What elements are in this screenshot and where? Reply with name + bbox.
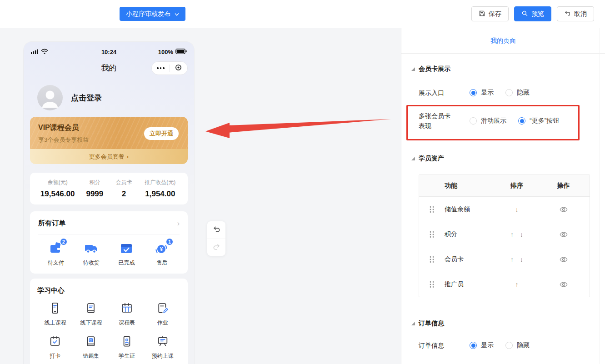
toolbar-actions: 保存 预览 取消	[471, 6, 594, 21]
cancel-button[interactable]: 取消	[557, 6, 594, 21]
row-function-name: 推广员	[445, 280, 496, 289]
top-toolbar: 小程序审核发布 保存 预览 取消	[0, 0, 605, 28]
section-student-assets[interactable]: 学员资产	[411, 155, 590, 163]
table-row-promoter: 推广员 ↑	[419, 272, 590, 297]
redo-button[interactable]	[207, 239, 225, 256]
radio-hide[interactable]: 隐藏	[505, 341, 530, 349]
stat-label: 会员卡	[110, 179, 138, 186]
learning-item-online-course[interactable]: 线上课程	[37, 302, 73, 327]
stat-value: 1,954.00	[138, 189, 182, 199]
drag-handle-icon[interactable]	[419, 281, 445, 288]
assets-table-header: 功能 排序 操作	[419, 175, 590, 197]
row-function-name: 积分	[445, 230, 496, 239]
order-item-completed[interactable]: 已完成	[109, 240, 145, 267]
order-item-to-receive[interactable]: 待收货	[74, 240, 109, 267]
drag-handle-icon[interactable]	[419, 206, 445, 213]
divider	[38, 234, 180, 234]
radio-show[interactable]: 显示	[470, 89, 494, 97]
wallet-icon: 2	[48, 240, 64, 257]
aftersale-icon: ¥ 1	[154, 240, 170, 257]
sort-up-icon[interactable]: ↑	[515, 281, 519, 288]
learning-item-homework[interactable]: 作业	[145, 302, 180, 327]
stat-points[interactable]: 积分 9999	[80, 179, 110, 199]
learning-item-checkin[interactable]: 打卡	[37, 335, 73, 360]
visibility-eye-icon[interactable]	[560, 281, 568, 288]
row-label-line2: 表现	[419, 121, 470, 131]
visibility-eye-icon[interactable]	[560, 256, 568, 263]
order-item-pending-pay[interactable]: 2 待支付	[38, 240, 74, 267]
operation-cell	[537, 231, 590, 238]
svg-text:¥: ¥	[160, 246, 163, 252]
drag-handle-icon[interactable]	[419, 231, 445, 238]
sort-down-icon[interactable]: ↓	[515, 206, 519, 213]
open-vip-button[interactable]: 立即开通	[144, 127, 179, 140]
order-item-aftersale[interactable]: ¥ 1 售后	[144, 240, 180, 267]
save-label: 保存	[489, 10, 501, 18]
divider	[410, 147, 599, 147]
chevron-down-icon	[175, 10, 179, 18]
stat-promo-earnings[interactable]: 推广收益(元) 1,954.00	[138, 179, 182, 199]
preview-button[interactable]: 预览	[514, 6, 551, 21]
operation-cell	[537, 281, 590, 288]
stat-member-cards[interactable]: 会员卡 2	[110, 179, 138, 199]
visibility-eye-icon[interactable]	[560, 231, 568, 238]
tab-my-page[interactable]: 我的页面	[490, 37, 516, 45]
timetable-icon	[120, 302, 133, 316]
radio-dot-icon	[470, 89, 477, 96]
table-row-member-card: 会员卡 ↑↓	[419, 247, 590, 272]
all-orders-header[interactable]: 所有订单 ›	[38, 219, 180, 228]
radio-show[interactable]: 显示	[470, 341, 494, 349]
radio-label: “更多”按钮	[530, 117, 559, 125]
more-menu-button[interactable]	[152, 67, 170, 69]
row-function-name: 储值余额	[445, 205, 496, 214]
settings-panel: 我的页面 会员卡展示 展示入口 显示 隐藏	[401, 28, 605, 364]
more-packages-link[interactable]: 更多会员套餐 ›	[30, 149, 188, 164]
learning-item-wrong-questions[interactable]: 错题集	[73, 335, 109, 360]
chevron-right-icon: ›	[177, 219, 180, 228]
learning-item-label: 课程表	[119, 319, 135, 327]
save-button[interactable]: 保存	[471, 6, 509, 21]
section-order-info[interactable]: 订单信息	[411, 319, 590, 328]
stat-balance[interactable]: 余额(元) 19,546.00	[35, 179, 80, 199]
vip-member-card[interactable]: VIP课程会员 享3个会员专享权益 立即开通 更多会员套餐 ›	[30, 117, 188, 164]
row-function-name: 会员卡	[445, 255, 496, 264]
radio-hide[interactable]: 隐藏	[505, 89, 530, 97]
panel-body: 会员卡展示 展示入口 显示 隐藏 多	[401, 65, 605, 350]
section-member-card-display[interactable]: 会员卡展示	[411, 65, 590, 73]
battery-icon	[175, 49, 187, 55]
radio-more-button[interactable]: “更多”按钮	[518, 117, 559, 125]
collapse-caret-icon	[411, 67, 415, 71]
radio-label: 滑动展示	[481, 117, 506, 125]
cancel-label: 取消	[574, 10, 587, 18]
sort-up-icon[interactable]: ↑	[510, 256, 514, 263]
publish-dropdown-button[interactable]: 小程序审核发布	[120, 7, 185, 21]
minimize-target-button[interactable]	[170, 64, 188, 73]
sort-up-icon[interactable]: ↑	[510, 231, 514, 238]
learning-item-timetable[interactable]: 课程表	[109, 302, 145, 327]
login-row[interactable]: 点击登录	[37, 85, 194, 110]
stat-value: 19,546.00	[35, 189, 80, 199]
learning-item-offline-course[interactable]: 线下课程	[73, 302, 109, 327]
badge-count: 1	[165, 238, 174, 246]
sort-controls: ↓	[496, 206, 537, 213]
editor-canvas: 10:24 100% 我的	[0, 28, 401, 364]
sort-controls: ↑	[496, 281, 537, 288]
wechat-capsule	[151, 61, 188, 75]
radio-slide-display[interactable]: 滑动展示	[470, 117, 506, 125]
learning-item-book-class[interactable]: 预约上课	[145, 335, 180, 360]
stat-value: 2	[110, 189, 138, 199]
order-item-label: 售后	[156, 259, 167, 267]
sort-down-icon[interactable]: ↓	[520, 256, 523, 263]
learning-item-label: 预约上课	[152, 352, 174, 360]
orders-grid: 2 待支付 待收货 已完成	[38, 240, 180, 267]
stat-value: 9999	[80, 189, 110, 199]
visibility-eye-icon[interactable]	[560, 206, 568, 213]
stat-label: 推广收益(元)	[138, 179, 182, 186]
operation-cell	[537, 206, 590, 213]
drag-handle-icon[interactable]	[419, 256, 445, 263]
undo-button[interactable]	[207, 221, 225, 239]
sort-down-icon[interactable]: ↓	[520, 231, 523, 238]
learning-item-student-card[interactable]: 学生证	[109, 335, 145, 360]
radio-group-display-entry: 显示 隐藏	[470, 89, 530, 97]
radio-dot-icon	[505, 89, 513, 96]
